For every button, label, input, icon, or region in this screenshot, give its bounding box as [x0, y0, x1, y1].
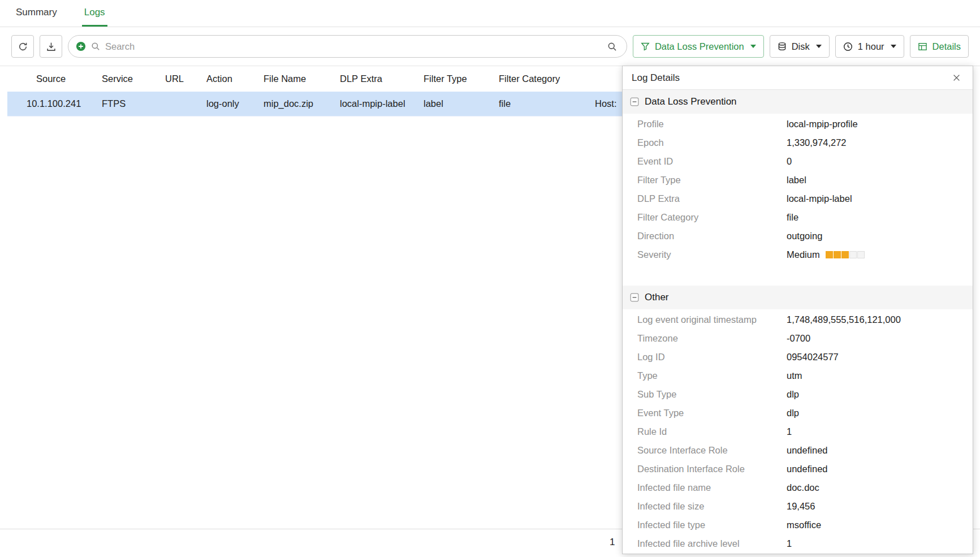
field-infected-file-type: Infected file type msoffice [623, 516, 973, 534]
field-epoch: Epoch 1,330,974,272 [623, 133, 973, 152]
log-details-title: Log Details [632, 72, 680, 84]
severity-segment [849, 251, 857, 258]
search-icon [91, 42, 100, 51]
field-label: Infected file name [637, 482, 787, 493]
col-header-service[interactable]: Service [102, 74, 165, 84]
close-panel-button[interactable] [949, 71, 964, 85]
cell-source[interactable]: 10.1.100.241 [7, 98, 102, 109]
tab-bar: Summary Logs [0, 0, 980, 27]
search-box [68, 35, 627, 58]
severity-segment [826, 251, 833, 258]
field-value: 1,748,489,555,516,121,000 [787, 314, 901, 325]
log-type-dropdown[interactable]: Data Loss Prevention [633, 35, 764, 58]
refresh-icon [18, 42, 28, 51]
collapse-icon [630, 97, 639, 106]
field-source-interface-role: Source Interface Role undefined [623, 441, 973, 460]
severity-segment [841, 251, 849, 258]
field-label: Severity [637, 249, 787, 260]
log-details-body: Data Loss Prevention Profile local-mpip-… [623, 90, 973, 554]
field-event-id: Event ID 0 [623, 152, 973, 171]
clock-icon [843, 42, 853, 51]
field-label: Log event original timestamp [637, 314, 787, 325]
log-type-label: Data Loss Prevention [655, 41, 744, 52]
field-value: dlp [787, 389, 799, 400]
section-dlp-fields: Profile local-mpip-profile Epoch 1,330,9… [623, 114, 973, 286]
field-infected-file-archive-level: Infected file archive level 1 [623, 534, 973, 553]
search-input[interactable] [105, 41, 598, 52]
col-header-action[interactable]: Action [206, 74, 264, 84]
details-toggle-button[interactable]: Details [910, 35, 969, 58]
field-label: DLP Extra [637, 193, 787, 204]
field-label: Infected file size [637, 501, 787, 512]
col-header-url[interactable]: URL [165, 74, 206, 84]
field-value: outgoing [787, 231, 822, 241]
field-filter-category: Filter Category file [623, 208, 973, 227]
cell-dlp-extra: local-mpip-label [340, 98, 424, 109]
col-header-filter-type[interactable]: Filter Type [424, 74, 499, 84]
disk-icon [778, 42, 787, 51]
cell-service: FTPS [102, 98, 165, 109]
field-value: doc.doc [787, 482, 819, 493]
field-label: Destination Interface Role [637, 464, 787, 474]
collapse-icon [630, 293, 639, 302]
field-label: Timezone [637, 333, 787, 344]
field-label: Event Type [637, 408, 787, 418]
field-infected-file-name: Infected file name doc.doc [623, 478, 973, 497]
log-location-dropdown[interactable]: Disk [770, 35, 830, 58]
section-other-fields: Log event original timestamp 1,748,489,5… [623, 309, 973, 554]
field-value: utm [787, 370, 802, 381]
field-rule-id: Rule Id 1 [623, 422, 973, 441]
cell-filter-category: file [499, 98, 595, 109]
col-header-source[interactable]: Source [7, 74, 102, 84]
add-filter-icon[interactable] [76, 41, 86, 51]
field-timezone: Timezone -0700 [623, 329, 973, 348]
severity-segment [834, 251, 841, 258]
cell-action: log-only [206, 98, 264, 109]
field-original-timestamp: Log event original timestamp 1,748,489,5… [623, 310, 973, 329]
col-header-filter-category[interactable]: Filter Category [499, 74, 595, 84]
field-value: 1,330,974,272 [787, 137, 847, 148]
field-label: Profile [637, 119, 787, 129]
field-label: Infected file archive level [637, 538, 787, 549]
caret-down-icon [816, 45, 822, 48]
details-label: Details [932, 41, 961, 52]
field-label: Epoch [637, 137, 787, 148]
pagination-current-page[interactable]: 1 [610, 537, 615, 548]
section-other-header[interactable]: Other [623, 286, 973, 309]
field-label: Type [637, 370, 787, 381]
field-destination-interface-role: Destination Interface Role undefined [623, 460, 973, 478]
section-dlp: Data Loss Prevention Profile local-mpip-… [623, 90, 973, 286]
col-header-file-name[interactable]: File Name [264, 74, 340, 84]
field-sub-type: Sub Type dlp [623, 385, 973, 404]
download-button[interactable] [40, 35, 62, 58]
field-severity: Severity Medium [623, 245, 973, 264]
severity-text: Medium [787, 249, 820, 260]
source-ip-link[interactable]: 10.1.100.241 [27, 98, 81, 109]
log-details-header: Log Details [623, 66, 973, 90]
toolbar: Data Loss Prevention Disk 1 hour [0, 27, 980, 66]
log-details-panel: Log Details Data Loss Prevention [622, 66, 973, 554]
refresh-button[interactable] [11, 35, 34, 58]
cell-filter-type: label [424, 98, 499, 109]
section-title: Data Loss Prevention [645, 96, 737, 107]
caret-down-icon [750, 45, 756, 48]
field-label: Infected file type [637, 520, 787, 530]
time-range-dropdown[interactable]: 1 hour [835, 35, 904, 58]
tab-logs[interactable]: Logs [82, 0, 107, 27]
col-header-dlp-extra[interactable]: DLP Extra [340, 74, 424, 84]
field-filter-type: Filter Type label [623, 171, 973, 189]
tab-summary[interactable]: Summary [14, 0, 59, 27]
cell-file-name: mip_doc.zip [264, 98, 340, 109]
search-icon [607, 42, 617, 51]
download-icon [46, 42, 56, 51]
section-dlp-header[interactable]: Data Loss Prevention [623, 90, 973, 114]
severity-segment [857, 251, 865, 258]
field-label: Direction [637, 231, 787, 241]
field-label: Event ID [637, 156, 787, 167]
search-submit-button[interactable] [603, 37, 622, 56]
field-label: Filter Category [637, 212, 787, 223]
field-label: Log ID [637, 352, 787, 362]
time-range-label: 1 hour [858, 41, 884, 52]
field-value: undefined [787, 464, 828, 474]
field-value: msoffice [787, 520, 821, 530]
